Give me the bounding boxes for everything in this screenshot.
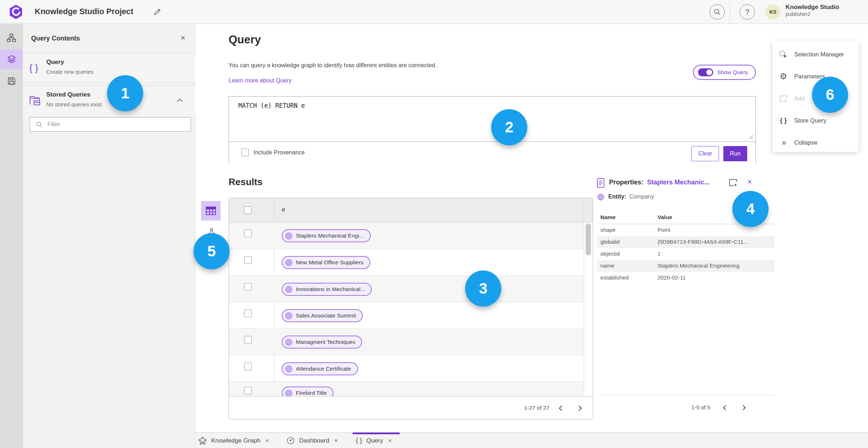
help-button[interactable]: ? [740,4,755,20]
bottom-tab-bar: Knowledge Graph × Dashboard × { } Query … [195,432,868,448]
rail-save-button[interactable] [0,71,23,91]
filter-field [30,117,191,132]
query-description: You can query a knowledge graph to ident… [229,62,437,69]
include-provenance-checkbox[interactable] [241,149,249,156]
results-pagination: 1-27 of 27 [229,396,593,419]
properties-close-icon[interactable]: × [745,177,754,187]
chevron-right-icon [741,405,747,411]
gear-icon: ⚙ [779,72,788,81]
next-page-button[interactable] [738,401,750,414]
rail-data-model-button[interactable] [0,28,23,47]
tab-query[interactable]: { } Query × [356,433,392,448]
help-icon: ? [745,8,749,16]
callout-1: 1 [107,75,143,111]
property-row[interactable]: objectid1 [597,248,775,260]
stored-queries-folder-icon [29,95,42,107]
callout-2: 2 [491,109,527,145]
data-model-icon [7,33,16,42]
entity-type: Company [629,193,654,200]
entity-pill[interactable]: Managment Techniques [282,336,362,349]
braces-icon: { } [356,437,362,444]
layers-icon [7,55,16,64]
previous-page-button[interactable] [554,402,567,414]
tab-knowledge-graph[interactable]: Knowledge Graph × [198,433,269,448]
table-view-button[interactable] [201,201,221,221]
account-name: Knowledge Studio [786,4,839,11]
menu-item-collapse[interactable]: » Collapse [773,132,859,154]
scrollbar-thumb[interactable] [586,223,591,255]
search-button[interactable] [710,4,725,20]
name-column-header: Name [600,214,616,221]
properties-entity-link[interactable]: Staplers Mechanic... [647,179,710,186]
callout-5: 5 [193,233,230,269]
query-heading: Query [229,33,261,46]
dashboard-icon [286,436,295,445]
search-icon [714,8,721,16]
learn-more-link[interactable]: Learn more about Query [229,77,292,84]
close-tab-icon[interactable]: × [334,437,338,444]
stored-queries-label: Stored Queries [46,91,90,98]
include-provenance-option[interactable]: Include Provenance [241,149,305,156]
account-user: publisher2 [786,11,839,17]
entity-pill[interactable]: Attendance Certificate [282,362,358,375]
clear-button[interactable]: Clear [692,146,719,161]
include-provenance-label: Include Provenance [254,149,305,156]
table-icon [206,206,216,215]
close-tab-icon[interactable]: × [265,437,269,444]
add-to-link-chart-icon[interactable] [728,178,738,189]
results-heading: Results [229,176,263,188]
collapse-section-icon[interactable] [176,98,183,104]
user-avatar[interactable]: KS [765,4,780,20]
run-button[interactable]: Run [723,146,747,161]
query-editor[interactable]: MATCH (e) RETURN e [238,102,305,109]
properties-header: Properties: Staplers Mechanic... × [597,176,775,191]
properties-page-range: 1-5 of 5 [691,404,710,411]
account-info[interactable]: Knowledge Studio publisher2 [786,4,839,17]
entity-pill[interactable]: Sales Associate Summit [282,309,363,322]
filter-input[interactable] [47,121,185,128]
callout-3: 3 [465,270,501,307]
close-tab-icon[interactable]: × [388,437,392,444]
row-checkbox[interactable] [244,310,252,317]
menu-item-selection-manager[interactable]: Selection Manager [773,43,859,65]
rail-layers-button[interactable] [0,50,23,69]
entity-dot-icon [285,339,292,346]
selection-manager-icon [779,50,788,59]
edit-title-icon[interactable] [153,8,161,17]
left-icon-rail: » [0,24,23,448]
resize-handle-icon[interactable] [748,134,753,141]
panel-close-icon[interactable]: × [178,33,188,43]
toggle-switch[interactable] [698,68,713,76]
row-checkbox[interactable] [244,230,252,237]
select-all-checkbox[interactable] [244,206,252,214]
chevron-right-icon [577,405,583,411]
entity-dot-icon [285,390,292,397]
entity-pill[interactable]: Staplers Mechanical Engi... [282,229,371,242]
entity-pill[interactable]: New Metal Office Suppliers [282,256,370,269]
add-icon [779,94,788,103]
next-page-button[interactable] [574,402,586,414]
app-logo-icon [8,4,24,21]
entity-dot-icon [285,232,292,239]
property-row[interactable]: established2020-02-11 [597,272,775,284]
results-table: e Staplers Mechanical Engi... New Metal … [229,198,593,419]
row-checkbox[interactable] [244,283,252,291]
row-checkbox[interactable] [244,256,252,264]
entity-pill[interactable]: Innovations in Mechanical... [282,283,372,296]
braces-icon: { } [779,117,788,124]
property-row[interactable]: globalid{5D9B4713-F98D-4A53-A59F-C11... [597,236,775,248]
panel-title: Query Contents [31,35,80,42]
previous-page-button[interactable] [718,401,731,414]
toggle-knob [706,69,712,75]
menu-item-store-query[interactable]: { } Store Query [773,110,859,132]
row-checkbox[interactable] [244,336,252,344]
table-row: New Metal Office Suppliers [229,249,584,276]
tab-dashboard[interactable]: Dashboard × [286,433,338,448]
show-query-toggle[interactable]: Show Query [693,65,756,80]
panel-item-query[interactable]: { } Query Create new queries [23,53,195,83]
callout-4: 4 [732,191,769,227]
property-row[interactable]: nameStaplers Mechanical Engineering [597,260,775,272]
table-row: Attendance Certificate [229,355,584,382]
row-checkbox[interactable] [244,363,252,370]
row-checkbox[interactable] [244,387,252,394]
